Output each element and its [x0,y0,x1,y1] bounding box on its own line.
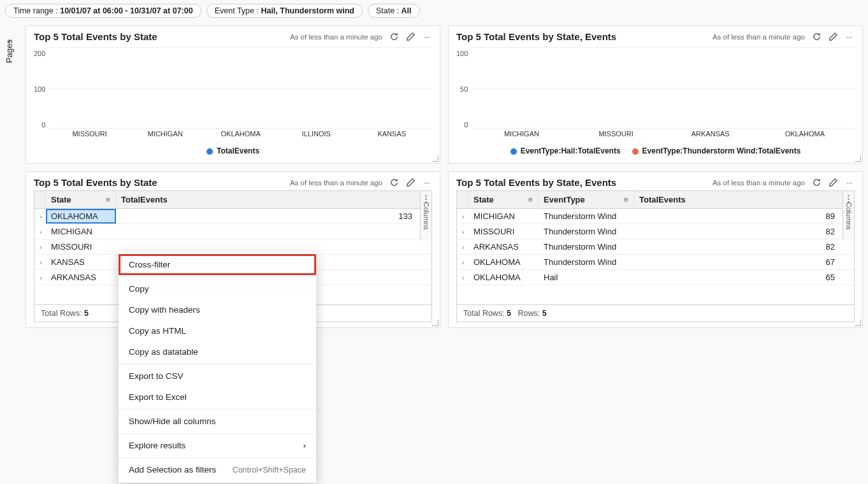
filter-bar: Time range : 10/01/07 at 06:00 - 10/31/0… [0,0,868,22]
filter-time[interactable]: Time range : 10/01/07 at 06:00 - 10/31/0… [5,4,201,18]
filter-state[interactable]: State : All [368,4,420,18]
filter-event-type[interactable]: Event Type : Hail, Thunderstorm wind [206,4,363,18]
